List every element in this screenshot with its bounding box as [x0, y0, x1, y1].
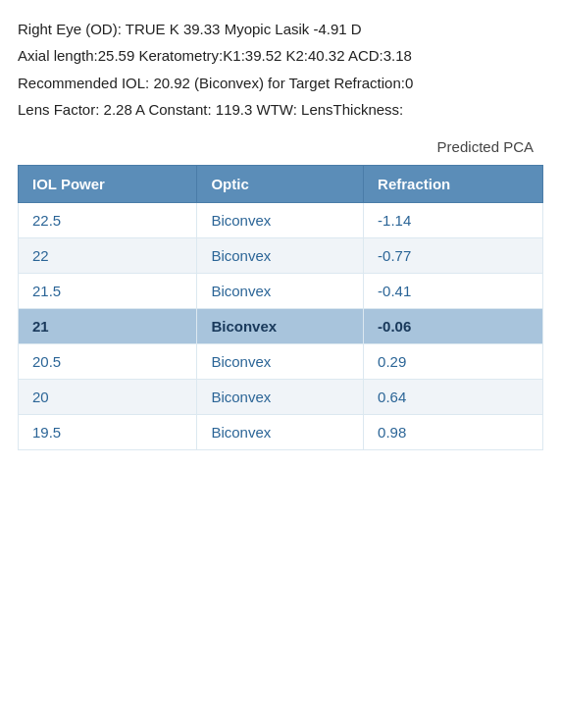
info-line-2: Axial length:25.59 Keratometry:K1:39.52 … [18, 44, 543, 67]
col-header-optic: Optic [197, 166, 364, 203]
col-header-refraction: Refraction [364, 166, 543, 203]
cell-iol-power: 19.5 [19, 415, 197, 450]
cell-optic: Biconvex [197, 274, 364, 309]
patient-info: Right Eye (OD): TRUE K 39.33 Myopic Lasi… [18, 18, 543, 121]
table-row: 20.5Biconvex0.29 [19, 344, 543, 380]
info-line-1: Right Eye (OD): TRUE K 39.33 Myopic Lasi… [18, 18, 543, 40]
table-header-row: IOL Power Optic Refraction [19, 166, 543, 203]
cell-refraction: -0.41 [364, 274, 543, 309]
cell-iol-power: 22.5 [19, 203, 197, 238]
info-line-4: Lens Factor: 2.28 A Constant: 119.3 WTW:… [18, 98, 543, 121]
cell-iol-power: 20 [19, 380, 197, 415]
axial-info-text: Axial length:25.59 Keratometry:K1:39.52 … [18, 47, 412, 64]
cell-refraction: -0.06 [364, 309, 543, 344]
table-row: 20Biconvex0.64 [19, 380, 543, 415]
cell-optic: Biconvex [197, 203, 364, 238]
cell-refraction: 0.98 [364, 415, 543, 450]
lens-factor-text: Lens Factor: 2.28 A Constant: 119.3 WTW:… [18, 101, 403, 118]
cell-refraction: -0.77 [364, 238, 543, 274]
cell-iol-power: 21 [19, 309, 197, 344]
col-header-iol-power: IOL Power [19, 166, 197, 203]
table-row: 19.5Biconvex0.98 [19, 415, 543, 450]
info-line-3: Recommended IOL: 20.92 (Biconvex) for Ta… [18, 72, 543, 94]
cell-iol-power: 22 [19, 238, 197, 274]
iol-table: IOL Power Optic Refraction 22.5Biconvex-… [18, 165, 543, 450]
cell-refraction: 0.64 [364, 380, 543, 415]
table-row: 22.5Biconvex-1.14 [19, 203, 543, 238]
table-row: 21Biconvex-0.06 [19, 309, 543, 344]
predicted-pca-label: Predicted PCA [18, 138, 543, 155]
table-row: 22Biconvex-0.77 [19, 238, 543, 274]
cell-refraction: -1.14 [364, 203, 543, 238]
eye-info-text: Right Eye (OD): TRUE K 39.33 Myopic Lasi… [18, 21, 362, 37]
cell-optic: Biconvex [197, 309, 364, 344]
cell-iol-power: 20.5 [19, 344, 197, 380]
cell-refraction: 0.29 [364, 344, 543, 380]
cell-optic: Biconvex [197, 238, 364, 274]
cell-optic: Biconvex [197, 344, 364, 380]
cell-optic: Biconvex [197, 380, 364, 415]
table-row: 21.5Biconvex-0.41 [19, 274, 543, 309]
cell-iol-power: 21.5 [19, 274, 197, 309]
cell-optic: Biconvex [197, 415, 364, 450]
recommended-iol-text: Recommended IOL: 20.92 (Biconvex) for Ta… [18, 75, 413, 91]
